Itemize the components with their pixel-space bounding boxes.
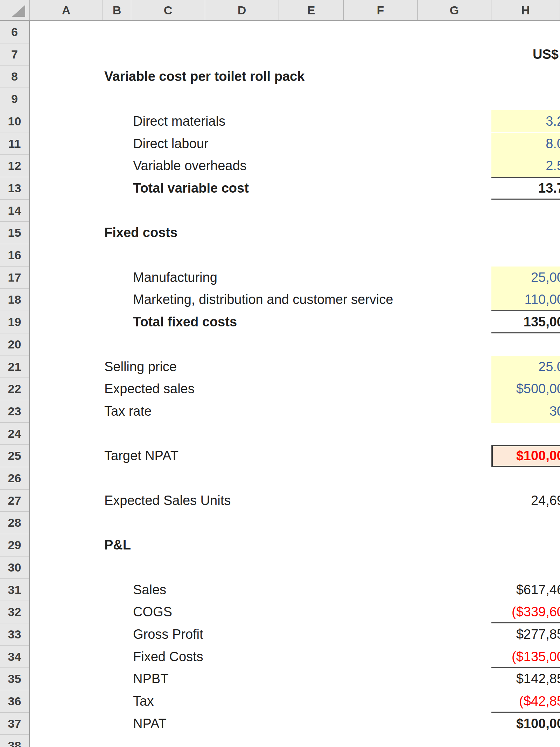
row-header-15[interactable]: 15: [0, 222, 29, 244]
cell-label-B22[interactable]: Expected sales: [104, 378, 195, 400]
cell-value-H13[interactable]: 13.7: [491, 177, 560, 200]
row-header-16[interactable]: 16: [0, 244, 29, 267]
cell-label-B21[interactable]: Selling price: [104, 356, 177, 378]
cell-value-H35[interactable]: $142,85: [491, 668, 560, 690]
spreadsheet: ABCDEFGH 6789101112131415161718192021222…: [0, 0, 560, 747]
row-header-20[interactable]: 20: [0, 333, 29, 356]
row-header-12[interactable]: 12: [0, 155, 29, 177]
cell-label-C31[interactable]: Sales: [133, 579, 166, 601]
cell-value-H32[interactable]: ($339,60: [491, 601, 560, 623]
row-header-22[interactable]: 22: [0, 378, 29, 400]
cell-label-C37[interactable]: NPAT: [133, 713, 167, 735]
row-header-33[interactable]: 33: [0, 623, 29, 646]
cell-value-H17[interactable]: 25,00: [491, 267, 560, 289]
cell-label-B23[interactable]: Tax rate: [104, 400, 152, 423]
cell-label-B27[interactable]: Expected Sales Units: [104, 490, 231, 512]
row-header-17[interactable]: 17: [0, 267, 29, 289]
row-header-14[interactable]: 14: [0, 200, 29, 222]
cell-label-B15[interactable]: Fixed costs: [104, 222, 177, 244]
column-header-D[interactable]: D: [205, 0, 279, 20]
row-header-11[interactable]: 11: [0, 133, 29, 155]
cell-value-H25[interactable]: $100,00: [491, 445, 560, 467]
cell-label-C35[interactable]: NPBT: [133, 668, 168, 690]
row-header-7[interactable]: 7: [0, 43, 29, 66]
cell-value-H37[interactable]: $100,00: [491, 713, 560, 735]
cell-value-H10[interactable]: 3.2: [491, 110, 560, 133]
row-header-34[interactable]: 34: [0, 646, 29, 668]
column-header-A[interactable]: A: [30, 0, 103, 20]
cell-value-H27[interactable]: 24,69: [491, 490, 560, 512]
cell-label-C11[interactable]: Direct labour: [133, 133, 208, 155]
row-header-13[interactable]: 13: [0, 177, 29, 200]
row-header-8[interactable]: 8: [0, 65, 29, 88]
cell-value-H18[interactable]: 110,00: [491, 289, 560, 311]
cell-value-H31[interactable]: $617,46: [491, 579, 560, 601]
row-header-28[interactable]: 28: [0, 512, 29, 534]
row-header-27[interactable]: 27: [0, 490, 29, 512]
cell-value-H7[interactable]: US$: [491, 43, 559, 66]
cell-label-C36[interactable]: Tax: [133, 690, 154, 713]
row-header-38[interactable]: 38: [0, 735, 29, 747]
cell-value-H21[interactable]: 25.0: [491, 356, 560, 378]
column-header-G[interactable]: G: [418, 0, 491, 20]
row-header-10[interactable]: 10: [0, 110, 29, 133]
column-header-bar: ABCDEFGH: [0, 0, 560, 21]
row-header-29[interactable]: 29: [0, 534, 29, 556]
row-header-bar: 6789101112131415161718192021222324252627…: [0, 21, 30, 747]
cell-label-C10[interactable]: Direct materials: [133, 110, 225, 133]
row-header-24[interactable]: 24: [0, 423, 29, 445]
cell-value-H36[interactable]: ($42,85: [491, 690, 560, 713]
cell-value-H22[interactable]: $500,00: [491, 378, 560, 400]
row-header-36[interactable]: 36: [0, 690, 29, 713]
cell-value-H19[interactable]: 135,00: [491, 311, 560, 333]
column-header-C[interactable]: C: [131, 0, 205, 20]
cell-label-C19[interactable]: Total fixed costs: [133, 311, 237, 333]
column-header-H[interactable]: H: [491, 0, 560, 20]
cell-value-H33[interactable]: $277,85: [491, 623, 560, 646]
column-header-F[interactable]: F: [344, 0, 418, 20]
row-header-21[interactable]: 21: [0, 356, 29, 378]
row-header-30[interactable]: 30: [0, 556, 29, 579]
row-header-26[interactable]: 26: [0, 467, 29, 490]
select-all-triangle-icon: [12, 5, 25, 17]
row-header-9[interactable]: 9: [0, 88, 29, 110]
row-header-18[interactable]: 18: [0, 289, 29, 311]
select-all-corner[interactable]: [0, 0, 30, 20]
cell-label-C34[interactable]: Fixed Costs: [133, 646, 203, 668]
cell-value-H12[interactable]: 2.5: [491, 155, 560, 177]
cell-label-C17[interactable]: Manufacturing: [133, 267, 217, 289]
cell-label-B25[interactable]: Target NPAT: [104, 445, 178, 467]
cell-label-C33[interactable]: Gross Profit: [133, 623, 203, 646]
row-header-23[interactable]: 23: [0, 400, 29, 423]
cell-label-C32[interactable]: COGS: [133, 601, 172, 623]
cell-value-H34[interactable]: ($135,00: [491, 646, 560, 668]
row-header-35[interactable]: 35: [0, 668, 29, 690]
row-header-37[interactable]: 37: [0, 713, 29, 735]
cell-label-C12[interactable]: Variable overheads: [133, 155, 247, 177]
row-header-6[interactable]: 6: [0, 21, 29, 43]
cell-label-C18[interactable]: Marketing, distribution and customer ser…: [133, 289, 393, 311]
row-header-25[interactable]: 25: [0, 445, 29, 467]
row-header-32[interactable]: 32: [0, 601, 29, 623]
row-header-31[interactable]: 31: [0, 579, 29, 601]
cell-label-B29[interactable]: P&L: [104, 534, 131, 556]
column-header-E[interactable]: E: [279, 0, 344, 20]
row-header-19[interactable]: 19: [0, 311, 29, 333]
cell-label-B8[interactable]: Variable cost per toilet roll pack: [104, 65, 304, 88]
cell-label-C13[interactable]: Total variable cost: [133, 177, 249, 200]
cell-value-H11[interactable]: 8.0: [491, 133, 560, 155]
cell-value-H23[interactable]: 30: [491, 400, 560, 423]
column-header-B[interactable]: B: [103, 0, 131, 20]
